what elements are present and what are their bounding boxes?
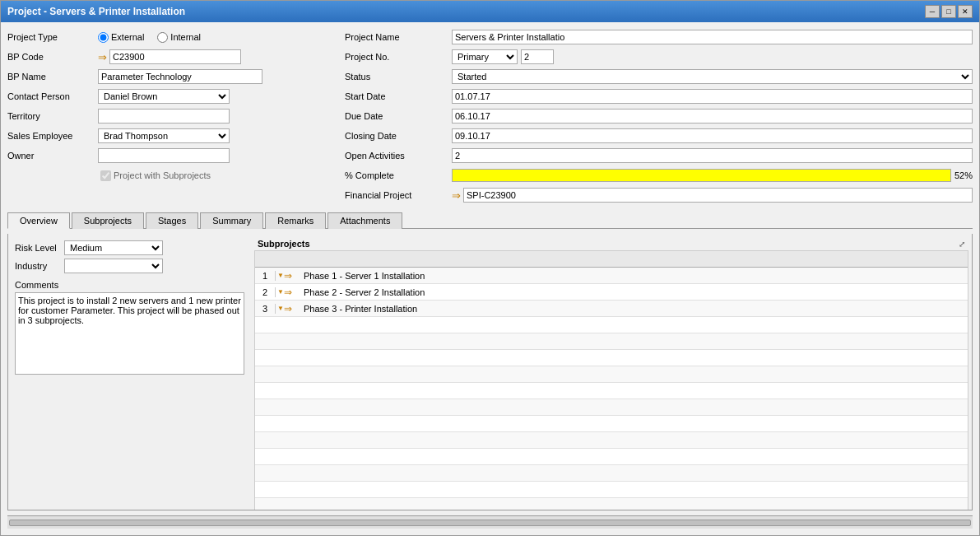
tab-attachments[interactable]: Attachments	[327, 212, 402, 229]
link-arrow-icon: ⇒	[284, 287, 292, 298]
bp-name-label: BP Name	[7, 72, 98, 82]
closing-date-input[interactable]	[452, 128, 973, 143]
title-bar: Project - Servers & Printer Installation…	[1, 1, 979, 22]
empty-row	[255, 432, 968, 449]
subprojects-panel: Subprojects ⤢	[254, 237, 968, 510]
sales-employee-label: Sales Employee	[7, 131, 98, 141]
status-select[interactable]: Started	[452, 69, 973, 84]
minimize-button[interactable]: ─	[925, 5, 940, 18]
due-date-label: Due Date	[345, 111, 452, 121]
due-date-input[interactable]	[452, 109, 973, 124]
row-1-num: 1	[255, 271, 276, 281]
risk-level-row: Risk Level Medium	[15, 240, 244, 255]
tab-summary[interactable]: Summary	[200, 212, 263, 229]
row-3-icons: ▼ ⇒	[276, 303, 300, 315]
row-1-text: Phase 1 - Server 1 Installation	[300, 271, 968, 281]
closing-date-label: Closing Date	[345, 131, 452, 141]
owner-label: Owner	[7, 151, 98, 161]
risk-level-select[interactable]: Medium	[64, 240, 163, 255]
bp-code-input[interactable]	[109, 49, 241, 64]
project-type-radio-group: External Internal	[98, 32, 201, 43]
tab-stages[interactable]: Stages	[146, 212, 198, 229]
main-window: Project - Servers & Printer Installation…	[0, 0, 980, 536]
empty-row	[255, 383, 968, 399]
financial-project-input[interactable]	[463, 188, 973, 203]
overview-left: Risk Level Medium Industry Co	[8, 234, 251, 510]
closing-date-row: Closing Date	[345, 128, 973, 144]
row-2-text: Phase 2 - Server 2 Installation	[300, 287, 968, 297]
row-1-icons: ▼ ⇒	[276, 270, 300, 282]
empty-row	[255, 498, 968, 510]
tab-overview[interactable]: Overview	[7, 212, 70, 229]
empty-row	[255, 350, 968, 366]
bp-code-label: BP Code	[7, 52, 98, 62]
row-3-num: 3	[255, 304, 276, 314]
tab-subprojects-label: Subprojects	[84, 216, 132, 226]
contact-person-select[interactable]: Daniel Brown	[98, 89, 230, 104]
external-label: External	[111, 32, 144, 42]
project-name-input[interactable]	[452, 30, 973, 44]
top-section: Project Type External Internal	[7, 29, 973, 207]
industry-row: Industry	[15, 259, 244, 273]
close-button[interactable]: ✕	[958, 5, 973, 18]
percent-complete-label: % Complete	[345, 170, 452, 180]
content-area: Project Type External Internal	[1, 22, 979, 535]
project-no-input[interactable]	[521, 49, 554, 64]
industry-select[interactable]	[64, 259, 163, 273]
empty-row	[255, 366, 968, 383]
financial-project-row: Financial Project ⇒	[345, 187, 973, 203]
external-radio-option[interactable]: External	[98, 32, 144, 43]
empty-row	[255, 399, 968, 416]
comments-section: Comments This project is to install 2 ne…	[15, 280, 244, 376]
start-date-label: Start Date	[345, 91, 452, 101]
tab-remarks-label: Remarks	[277, 216, 314, 226]
table-row[interactable]: 1 ▼ ⇒ Phase 1 - Server 1 Installation	[255, 268, 968, 284]
scrollbar-track[interactable]	[9, 520, 971, 526]
territory-input[interactable]	[98, 109, 230, 124]
project-with-sub-row: Project with Subprojects	[7, 167, 337, 184]
restore-button[interactable]: □	[941, 5, 956, 18]
status-row: Status Started	[345, 68, 973, 85]
link-arrow-icon: ⇒	[284, 303, 292, 315]
project-no-select[interactable]: Primary	[452, 49, 518, 64]
tab-overview-label: Overview	[20, 216, 58, 226]
overview-panel: Risk Level Medium Industry Co	[8, 234, 972, 510]
subprojects-title: Subprojects	[258, 239, 310, 249]
comments-textarea[interactable]: This project is to install 2 new servers…	[15, 292, 244, 375]
financial-project-arrow-icon: ⇒	[452, 189, 461, 202]
open-activities-input[interactable]	[452, 148, 973, 163]
empty-row	[255, 449, 968, 465]
sales-employee-select[interactable]: Brad Thompson	[98, 128, 230, 143]
project-no-label: Project No.	[345, 52, 452, 62]
empty-row	[255, 416, 968, 432]
progress-bar	[452, 169, 951, 182]
status-label: Status	[345, 72, 452, 82]
table-row[interactable]: 2 ▼ ⇒ Phase 2 - Server 2 Installation	[255, 284, 968, 301]
contact-person-row: Contact Person Daniel Brown	[7, 88, 337, 105]
territory-row: Territory	[7, 108, 337, 124]
contact-person-label: Contact Person	[7, 91, 98, 101]
project-type-row: Project Type External Internal	[7, 29, 337, 45]
project-name-row: Project Name	[345, 29, 973, 45]
external-radio[interactable]	[98, 32, 109, 43]
tab-attachments-label: Attachments	[340, 216, 390, 226]
overview-right: Subprojects ⤢	[251, 234, 972, 510]
internal-radio[interactable]	[157, 32, 168, 43]
empty-row	[255, 482, 968, 498]
comments-label: Comments	[15, 280, 244, 290]
bp-name-input[interactable]	[98, 69, 262, 84]
internal-radio-option[interactable]: Internal	[157, 32, 201, 43]
tab-subprojects[interactable]: Subprojects	[72, 212, 144, 229]
tab-remarks[interactable]: Remarks	[265, 212, 326, 229]
bp-code-row: BP Code ⇒	[7, 49, 337, 65]
due-date-row: Due Date	[345, 108, 973, 124]
project-type-label: Project Type	[7, 32, 98, 42]
owner-input[interactable]	[98, 148, 230, 163]
empty-row	[255, 465, 968, 482]
expand-icon[interactable]: ⤢	[959, 240, 965, 249]
row-3-text: Phase 3 - Printer Installation	[300, 304, 968, 314]
horizontal-scrollbar[interactable]	[7, 515, 973, 529]
window-controls: ─ □ ✕	[925, 5, 973, 18]
table-row[interactable]: 3 ▼ ⇒ Phase 3 - Printer Installation	[255, 301, 968, 317]
start-date-input[interactable]	[452, 89, 973, 104]
